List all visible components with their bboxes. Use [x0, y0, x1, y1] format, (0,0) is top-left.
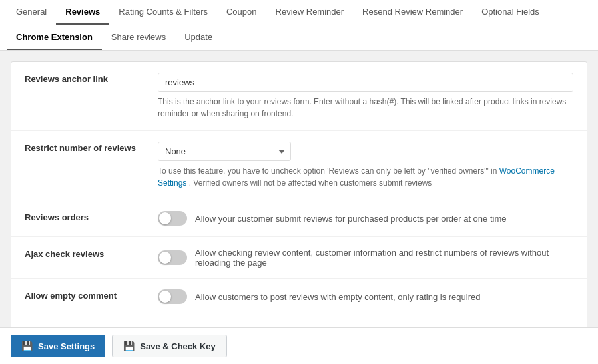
settings-card: Reviews anchor link This is the anchor l… [11, 61, 587, 349]
ajax-check-reviews-content: Allow checking review content, customer … [158, 248, 573, 268]
reviews-orders-content: Allow your customer submit reviews for p… [158, 211, 573, 226]
ajax-check-reviews-label: Ajax check reviews [25, 248, 158, 259]
save-check-key-label: Save & Check Key [140, 341, 215, 351]
reviews-anchor-link-content: This is the anchor link to your reviews … [158, 73, 573, 120]
tab-general[interactable]: General [7, 0, 56, 25]
save-check-key-button[interactable]: 💾 Save & Check Key [112, 335, 226, 357]
ajax-check-reviews-row: Ajax check reviews Allow checking review… [11, 237, 587, 279]
allow-empty-comment-content: Allow customers to post reviews with emp… [158, 289, 573, 304]
ajax-check-reviews-description: Allow checking review content, customer … [195, 248, 573, 268]
allow-empty-comment-row: Allow empty comment Allow customers to p… [11, 279, 587, 315]
allow-empty-comment-label: Allow empty comment [25, 289, 158, 301]
reviews-orders-toggle[interactable] [158, 211, 187, 226]
reviews-orders-description: Allow your customer submit reviews for p… [195, 214, 506, 224]
ajax-check-reviews-slider [158, 250, 187, 265]
reviews-anchor-link-input[interactable] [158, 73, 573, 92]
tab-resend-reminder[interactable]: Resend Review Reminder [353, 0, 472, 25]
save-bar: 💾 Save Settings 💾 Save & Check Key [0, 327, 598, 364]
second-nav: Chrome Extension Share reviews Update [0, 25, 598, 51]
save-icon: 💾 [21, 341, 33, 351]
reviews-orders-slider [158, 211, 187, 226]
restrict-reviews-description: To use this feature, you have to uncheck… [158, 165, 573, 189]
save-settings-label: Save Settings [38, 341, 95, 351]
main-content: Reviews anchor link This is the anchor l… [0, 51, 598, 364]
tab-optional-fields[interactable]: Optional Fields [472, 0, 549, 25]
restrict-reviews-select[interactable]: None 1 2 3 5 10 [158, 142, 291, 161]
reviews-orders-toggle-row: Allow your customer submit reviews for p… [158, 211, 573, 226]
tab-share-reviews[interactable]: Share reviews [102, 25, 175, 50]
ajax-check-reviews-toggle-row: Allow checking review content, customer … [158, 248, 573, 268]
save-settings-button[interactable]: 💾 Save Settings [11, 335, 105, 357]
tab-rating-counts[interactable]: Rating Counts & Filters [109, 0, 217, 25]
restrict-reviews-content: None 1 2 3 5 10 To use this feature, you… [158, 142, 573, 189]
tab-chrome-extension[interactable]: Chrome Extension [7, 25, 102, 50]
reviews-orders-row: Reviews orders Allow your customer submi… [11, 200, 587, 237]
ajax-check-reviews-toggle[interactable] [158, 250, 187, 265]
allow-empty-comment-toggle-row: Allow customers to post reviews with emp… [158, 289, 573, 304]
restrict-reviews-row: Restrict number of reviews None 1 2 3 5 … [11, 131, 587, 200]
allow-empty-comment-toggle[interactable] [158, 289, 187, 304]
tab-update[interactable]: Update [175, 25, 222, 50]
allow-empty-comment-slider [158, 289, 187, 304]
top-nav: General Reviews Rating Counts & Filters … [0, 0, 598, 25]
allow-empty-comment-description: Allow customers to post reviews with emp… [195, 292, 480, 302]
tab-coupon[interactable]: Coupon [217, 0, 266, 25]
reviews-anchor-link-description: This is the anchor link to your reviews … [158, 96, 573, 120]
restrict-reviews-label: Restrict number of reviews [25, 142, 158, 153]
tab-reviews[interactable]: Reviews [56, 0, 109, 25]
tab-review-reminder[interactable]: Review Reminder [266, 0, 354, 25]
reviews-anchor-link-label: Reviews anchor link [25, 73, 158, 84]
check-icon: 💾 [123, 341, 135, 351]
reviews-orders-label: Reviews orders [25, 211, 158, 222]
reviews-anchor-link-row: Reviews anchor link This is the anchor l… [11, 62, 587, 131]
